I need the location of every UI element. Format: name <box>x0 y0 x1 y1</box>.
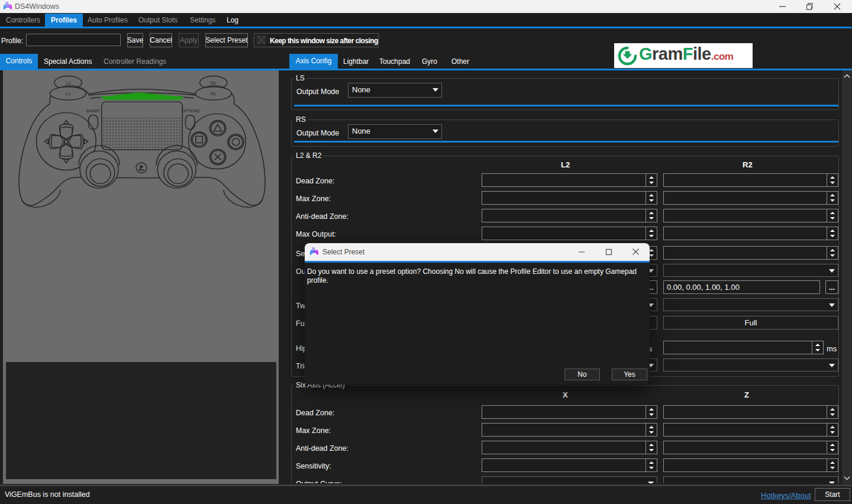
svg-text:R1: R1 <box>211 91 216 96</box>
svg-text:OPTIONS: OPTIONS <box>182 109 200 113</box>
svg-text:L1: L1 <box>66 91 70 96</box>
svg-text:L2: L2 <box>66 80 70 86</box>
svg-text:SHARE: SHARE <box>86 109 100 113</box>
svg-text:R2: R2 <box>211 80 216 86</box>
